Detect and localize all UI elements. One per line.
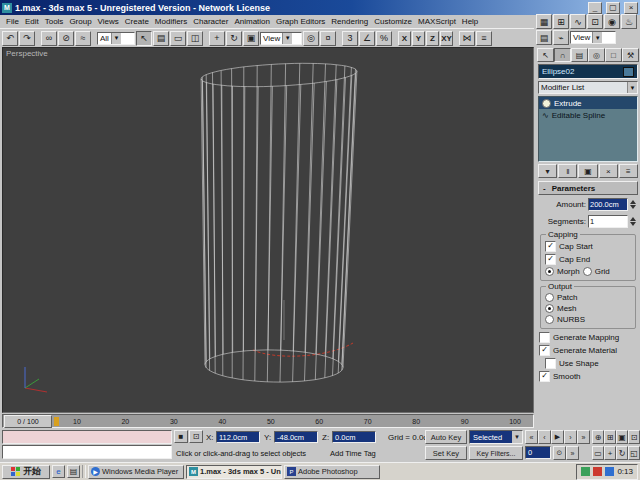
menu-modifiers[interactable]: Modifiers — [152, 17, 190, 26]
maxscript-macro-recorder[interactable] — [2, 430, 172, 444]
mesh-radio[interactable] — [545, 304, 554, 313]
layer-manager-icon[interactable]: ⊞ — [553, 14, 569, 29]
maximize-button[interactable]: ▢ — [606, 2, 620, 14]
taskbar-task-3dsmax[interactable]: M 1.max - 3ds max 5 - Unre... — [186, 465, 282, 479]
modifier-stack[interactable]: Extrude ∿ Editable Spline — [538, 96, 638, 162]
material-editor-icon[interactable]: ◉ — [604, 14, 620, 29]
selection-lock-icon[interactable]: ■ — [174, 430, 188, 443]
percent-snap-icon[interactable]: % — [376, 31, 392, 46]
minimize-button[interactable]: _ — [588, 2, 602, 14]
smooth-checkbox[interactable] — [539, 371, 550, 382]
select-move-icon[interactable]: + — [209, 31, 225, 46]
tab-create-icon[interactable]: ↖ — [537, 48, 554, 62]
quick-render-icon[interactable]: ⌁ — [553, 30, 569, 45]
pan-icon[interactable]: + — [604, 446, 616, 460]
menu-edit[interactable]: Edit — [22, 17, 42, 26]
use-shape-checkbox[interactable] — [545, 358, 556, 369]
patch-radio[interactable] — [545, 293, 554, 302]
zoom-region-icon[interactable]: ▭ — [592, 446, 604, 460]
menu-tools[interactable]: Tools — [42, 17, 67, 26]
tray-icon[interactable] — [593, 467, 602, 476]
amount-spinner[interactable] — [630, 197, 636, 212]
window-crossing-icon[interactable]: ◫ — [187, 31, 203, 46]
select-link-icon[interactable]: ∞ — [41, 31, 57, 46]
undo-icon[interactable]: ↶ — [2, 31, 18, 46]
angle-snap-icon[interactable]: ∠ — [359, 31, 375, 46]
zoom-all-icon[interactable]: ⊞ — [604, 430, 616, 444]
menu-views[interactable]: Views — [95, 17, 122, 26]
snap-toggle-icon[interactable]: 3 — [342, 31, 358, 46]
align-icon[interactable]: ≡ — [476, 31, 492, 46]
current-frame-field[interactable]: 0 — [525, 446, 551, 459]
bind-spacewarp-icon[interactable]: ≈ — [75, 31, 91, 46]
play-animation-icon[interactable]: ▶ — [551, 430, 564, 444]
curve-editor-icon[interactable]: ∿ — [570, 14, 586, 29]
quick-launch-ie-icon[interactable]: e — [52, 465, 65, 478]
add-time-tag[interactable]: Add Time Tag — [330, 449, 376, 458]
menu-customize[interactable]: Customize — [371, 17, 415, 26]
select-region-icon[interactable]: ▭ — [170, 31, 186, 46]
make-unique-icon[interactable]: ▣ — [578, 164, 597, 178]
parameters-rollout-header[interactable]: - Parameters — [538, 181, 638, 195]
tab-hierarchy-icon[interactable]: ▤ — [571, 48, 588, 62]
key-mode-toggle-icon[interactable]: ⊙ — [553, 446, 566, 460]
x-coordinate-field[interactable]: 112.0cm — [216, 431, 260, 443]
taskbar-task-wmp[interactable]: ▶ Windows Media Player — [88, 465, 184, 479]
use-pivot-center-icon[interactable]: ◎ — [303, 31, 319, 46]
viewport-perspective[interactable]: Perspective — [2, 47, 534, 413]
tray-icon[interactable] — [581, 467, 590, 476]
zoom-extents-icon[interactable]: ▣ — [616, 430, 628, 444]
unlink-icon[interactable]: ⊘ — [58, 31, 74, 46]
grid-radio[interactable] — [583, 267, 592, 276]
auto-key-button[interactable]: Auto Key — [425, 430, 467, 444]
menu-maxscript[interactable]: MAXScript — [415, 17, 459, 26]
next-frame-icon[interactable]: › — [564, 430, 577, 444]
viewport-canvas[interactable] — [3, 48, 533, 412]
previous-frame-icon[interactable]: ‹ — [538, 430, 551, 444]
pin-stack-icon[interactable]: ▾ — [538, 164, 557, 178]
generate-mapping-checkbox[interactable] — [539, 332, 550, 343]
menu-help[interactable]: Help — [459, 17, 481, 26]
time-slider[interactable]: 0 / 100 — [4, 415, 52, 428]
configure-stack-icon[interactable]: ≡ — [619, 164, 638, 178]
render-scene-icon[interactable]: ♨ — [621, 14, 637, 29]
nurbs-radio[interactable] — [545, 315, 554, 324]
segments-field[interactable]: 1 — [588, 215, 628, 228]
absolute-offset-mode-icon[interactable]: ⊡ — [189, 430, 203, 443]
views-dropdown[interactable]: View ▼ — [570, 31, 616, 44]
restrict-x-button[interactable]: X — [398, 31, 411, 46]
mirror-icon[interactable]: ⋈ — [459, 31, 475, 46]
maxscript-mini-listener[interactable] — [2, 445, 172, 459]
reference-coordinate-dropdown[interactable]: View ▼ — [260, 32, 302, 45]
menu-graph-editors[interactable]: Graph Editors — [273, 17, 328, 26]
arc-rotate-icon[interactable]: ↻ — [616, 446, 628, 460]
select-manipulate-icon[interactable]: ¤ — [320, 31, 336, 46]
object-name-field[interactable]: Ellipse02 — [538, 64, 638, 79]
remove-modifier-icon[interactable]: × — [599, 164, 618, 178]
morph-radio[interactable] — [545, 267, 554, 276]
select-rotate-icon[interactable]: ↻ — [226, 31, 242, 46]
restrict-xy-button[interactable]: XY — [440, 31, 453, 46]
render-type-icon[interactable]: ▤ — [536, 30, 552, 45]
go-to-end-icon[interactable]: » — [577, 430, 590, 444]
key-filters-button[interactable]: Key Filters... — [469, 446, 523, 460]
viewport-label[interactable]: Perspective — [6, 49, 48, 58]
object-color-swatch[interactable] — [623, 67, 634, 77]
y-coordinate-field[interactable]: -48.0cm — [274, 431, 318, 443]
segments-spinner[interactable] — [630, 214, 636, 229]
stack-item-extrude[interactable]: Extrude — [539, 97, 637, 109]
cap-end-checkbox[interactable] — [545, 254, 556, 265]
modifier-enabled-bulb-icon[interactable] — [542, 99, 551, 108]
cap-start-checkbox[interactable] — [545, 241, 556, 252]
tab-utilities-icon[interactable]: ⚒ — [622, 48, 639, 62]
zoom-icon[interactable]: ⊕ — [592, 430, 604, 444]
tab-motion-icon[interactable]: ◎ — [588, 48, 605, 62]
close-button[interactable]: × — [624, 2, 638, 14]
menu-file[interactable]: File — [3, 17, 22, 26]
menu-character[interactable]: Character — [190, 17, 231, 26]
menu-create[interactable]: Create — [122, 17, 152, 26]
go-to-end-frame-icon[interactable]: » — [566, 446, 579, 460]
select-scale-icon[interactable]: ▣ — [243, 31, 259, 46]
schematic-view-icon[interactable]: ⊡ — [587, 14, 603, 29]
selection-set-dropdown[interactable]: Selected ▼ — [469, 430, 523, 444]
